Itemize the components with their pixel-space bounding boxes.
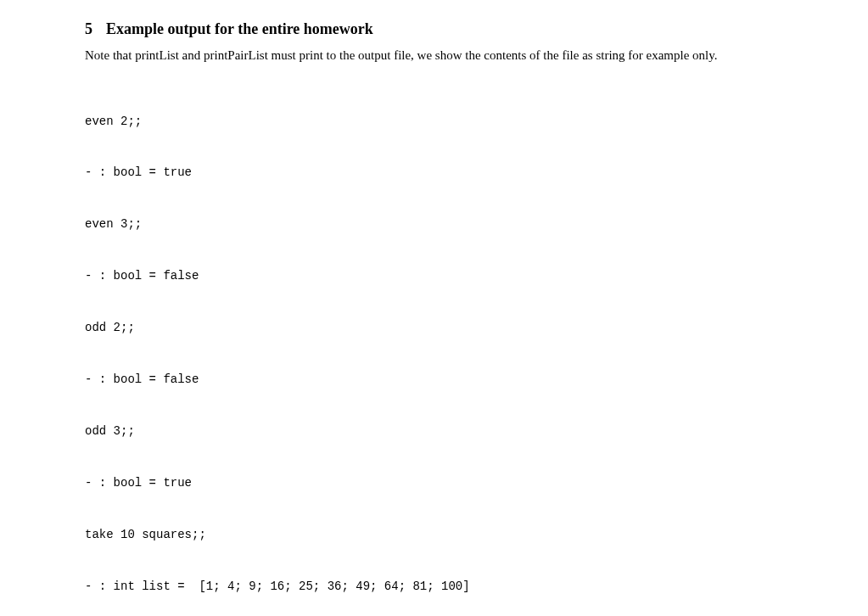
code-line: take 10 squares;;: [85, 526, 792, 543]
intro-paragraph: Note that printList and printPairList mu…: [85, 47, 792, 64]
code-line: odd 3;;: [85, 423, 792, 440]
section-heading: 5Example output for the entire homework: [85, 20, 792, 38]
code-line: even 3;;: [85, 216, 792, 232]
code-line: - : int list = [1; 4; 9; 16; 25; 36; 49;…: [85, 578, 792, 595]
code-line: - : bool = true: [85, 474, 792, 491]
section-title: Example output for the entire homework: [106, 20, 373, 37]
code-line: - : bool = false: [85, 267, 792, 284]
section-number: 5: [85, 20, 92, 38]
code-block: even 2;; - : bool = true even 3;; - : bo…: [85, 78, 792, 616]
document-page: 5Example output for the entire homework …: [0, 0, 868, 616]
code-line: - : bool = false: [85, 371, 792, 388]
code-line: odd 2;;: [85, 319, 792, 336]
code-line: even 2;;: [85, 113, 792, 130]
code-line: - : bool = true: [85, 164, 792, 181]
